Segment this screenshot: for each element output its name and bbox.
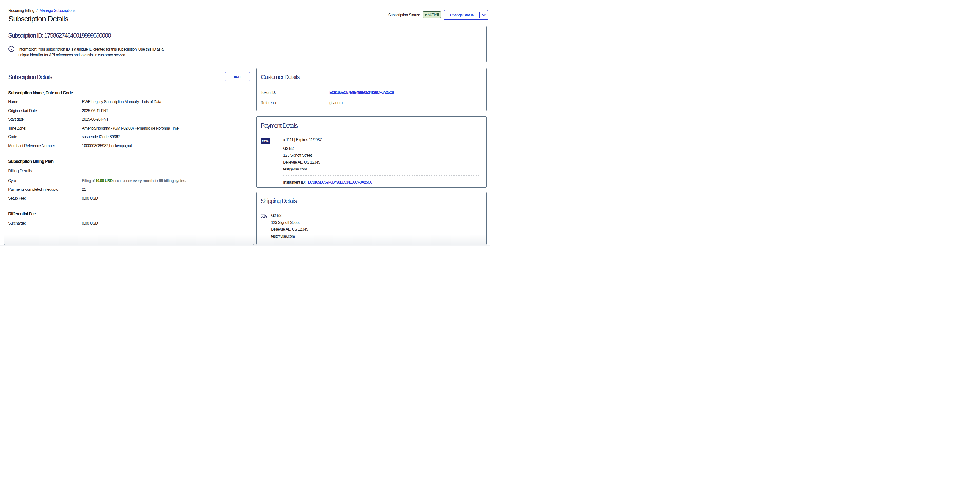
svg-text:VISA: VISA <box>262 140 269 142</box>
svg-text:i: i <box>11 47 12 51</box>
